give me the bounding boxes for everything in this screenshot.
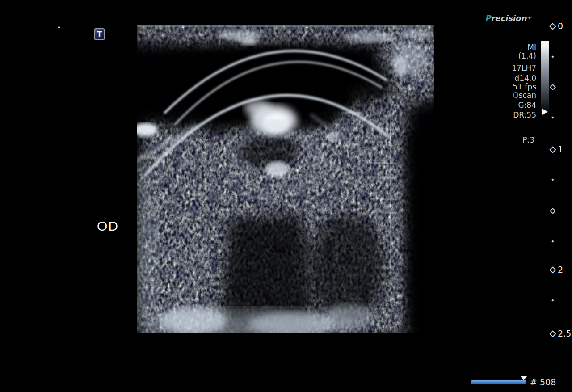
param-qscan-q: Q [513,91,518,100]
depth-label-2: 2 [558,265,563,274]
param-qscan: Qscan [512,91,536,100]
param-mi-label: MI [512,43,536,52]
brand-logo-initial: P [485,13,491,23]
brand-logo-plus: + [526,13,532,21]
frame-counter: # 508 [530,377,556,387]
cine-progress-bar[interactable] [471,380,526,384]
param-gain: G:84 [512,101,536,110]
param-depth: d14.0 [512,74,536,83]
depth-tick [550,208,556,214]
depth-label-1: 1 [558,144,563,154]
depth-tick [551,116,554,119]
laterality-label: OD [97,219,119,234]
depth-tick [551,299,554,302]
depth-tick-0 [549,23,556,30]
cine-position-marker-icon [521,376,527,380]
ultrasound-b-mode-image [137,25,434,333]
param-qscan-rest: scan [519,91,536,100]
depth-tick [551,240,554,243]
depth-tick-2.5 [549,330,556,337]
brand-logo-text: recision [491,13,526,23]
depth-tick [551,178,554,181]
gray-map-marker-icon [542,109,548,115]
depth-tick-1 [549,146,556,153]
param-frame-rate: 51 fps [512,83,536,91]
param-mi-value: (1.4) [512,52,536,60]
brand-logo: Precision+ [485,13,532,23]
width-tick [58,26,60,29]
imaging-parameters: MI (1.4) 17LH7 d14.0 51 fps Qscan G:84 D… [512,43,536,119]
orientation-marker: T [94,28,105,40]
grayscale-map-bar [541,41,549,114]
depth-label-2.5: 2.5 [558,329,571,338]
param-dynamic-range: DR:55 [512,111,536,119]
param-persistence: P:3 [522,135,534,144]
ultrasound-screen: T OD Precision+ MI (1.4) 17LH7 d14.0 51 … [0,0,572,392]
param-transducer: 17LH7 [512,64,536,72]
depth-tick [551,55,554,58]
depth-tick [550,84,556,90]
depth-label-0: 0 [558,21,563,31]
depth-tick-2 [549,266,556,274]
orientation-marker-letter: T [97,30,102,38]
